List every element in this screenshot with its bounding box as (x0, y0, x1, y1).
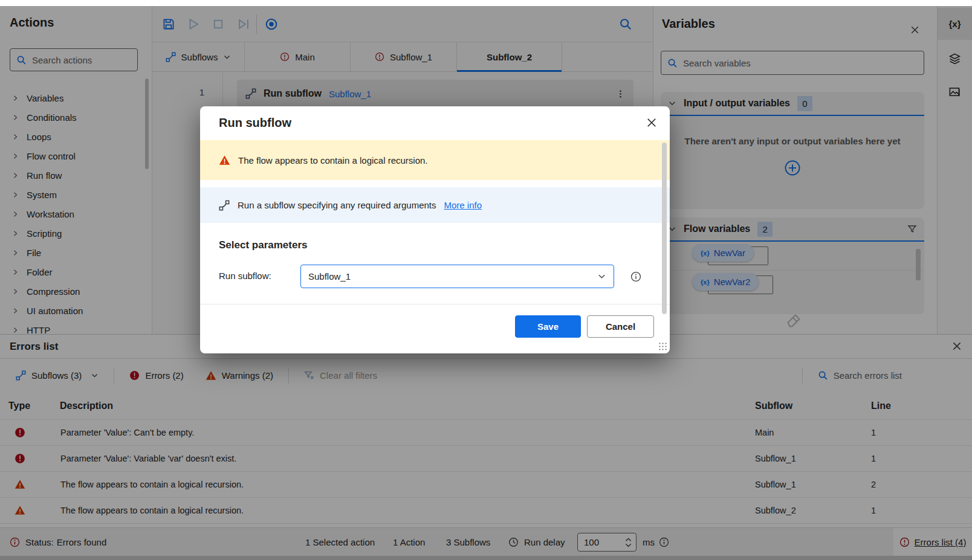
designer-toolbar (152, 6, 653, 42)
variables-search-box[interactable] (661, 51, 924, 75)
run-delay-input[interactable] (578, 537, 613, 547)
run-delay-stepper[interactable] (577, 533, 637, 552)
kebab-menu-icon[interactable] (616, 89, 625, 98)
category-compression[interactable]: Compression (0, 282, 152, 301)
subflows-filter-dropdown[interactable]: Subflows (3) (16, 370, 99, 381)
clear-filter-icon (304, 370, 314, 381)
tab-subflow-2[interactable]: Subflow_2 (457, 42, 562, 71)
chevron-right-icon (12, 153, 19, 159)
run-button[interactable] (187, 18, 200, 31)
run-next-action-button[interactable] (237, 18, 250, 31)
close-icon[interactable] (646, 117, 658, 129)
window-bottom-edge (0, 556, 972, 560)
category-run-flow[interactable]: Run flow (0, 166, 152, 185)
action-row-run-subflow[interactable]: Run subflow Subflow_1 (237, 80, 633, 108)
category-system[interactable]: System (0, 185, 152, 204)
action-argument-link[interactable]: Subflow_1 (329, 89, 371, 99)
save-button[interactable] (162, 18, 175, 31)
errors-search-box[interactable]: Search errors list (818, 370, 902, 381)
field-info-icon[interactable] (630, 271, 641, 282)
error-badge-icon (375, 52, 384, 62)
action-description-bar: Run a subflow specifying any required ar… (200, 187, 670, 223)
clear-all-filters-button[interactable]: Clear all filters (304, 370, 377, 381)
variable-pill[interactable]: {x} NewVar2 (692, 273, 759, 291)
subflow-tab-bar: Subflows Main Subflow_1 Subflow_2 (152, 42, 653, 72)
chevron-right-icon (12, 230, 19, 237)
error-table-row[interactable]: Parameter 'Value': Variable 'var' doesn'… (0, 446, 972, 472)
action-title: Run subflow (264, 88, 322, 99)
flow-variable-item[interactable]: {x} NewVar2 (661, 270, 924, 298)
cancel-button[interactable]: Cancel (587, 315, 654, 338)
errors-panel-title: Errors list (10, 341, 58, 353)
image-icon (948, 86, 961, 98)
variables-panel: Variables Input / output variables 0 The… (653, 6, 937, 334)
category-variables[interactable]: Variables (0, 88, 152, 108)
variables-panel-title: Variables (662, 17, 715, 31)
error-icon (129, 370, 140, 381)
warning-icon (15, 479, 60, 490)
dialog-scrollbar[interactable] (662, 143, 667, 314)
category-loops[interactable]: Loops (0, 127, 152, 146)
search-icon (818, 370, 828, 381)
stepper-arrows[interactable] (625, 538, 636, 547)
subflow-icon (245, 88, 256, 99)
tab-main[interactable]: Main (245, 42, 351, 71)
more-info-link[interactable]: More info (444, 200, 482, 210)
errors-list-toggle[interactable]: Errors list (4) (893, 528, 972, 556)
category-conditionals[interactable]: Conditionals (0, 108, 152, 127)
category-ui-automation[interactable]: UI automation (0, 301, 152, 320)
errors-filter-toggle[interactable]: Errors (2) (129, 370, 183, 381)
add-variable-button[interactable] (784, 159, 801, 176)
actions-search-box[interactable] (10, 48, 138, 71)
filter-icon[interactable] (907, 224, 917, 234)
run-subflow-select[interactable]: Subflow_1 (300, 265, 614, 288)
io-variables-header[interactable]: Input / output variables 0 (661, 92, 924, 116)
errors-panel: Errors list Subflows (3) Errors (2) (0, 334, 972, 527)
warnings-filter-toggle[interactable]: Warnings (2) (206, 370, 273, 381)
rail-tab-ui-elements[interactable] (938, 43, 972, 75)
errors-table-header: Type Description Subflow Line (0, 392, 972, 420)
chevron-right-icon (12, 327, 19, 333)
flow-variables-scrollbar[interactable] (916, 249, 921, 280)
variable-icon: {x} (701, 249, 710, 257)
stop-button[interactable] (212, 18, 225, 31)
category-scripting[interactable]: Scripting (0, 224, 152, 243)
status-error-icon (10, 537, 20, 547)
flow-variable-item[interactable]: {x} NewVar (661, 242, 924, 270)
error-table-row[interactable]: Parameter 'Value': Can't be empty. Main … (0, 420, 972, 446)
warning-table-row[interactable]: The flow appears to contain a logical re… (0, 472, 972, 498)
warning-table-row[interactable]: The flow appears to contain a logical re… (0, 498, 972, 524)
search-flow-button[interactable] (619, 18, 632, 31)
search-icon (16, 55, 27, 65)
warning-icon (15, 505, 60, 516)
error-badge-icon (280, 52, 290, 62)
category-workstation[interactable]: Workstation (0, 204, 152, 224)
category-folder[interactable]: Folder (0, 262, 152, 282)
subflows-dropdown[interactable]: Subflows (152, 42, 245, 71)
io-variables-section: Input / output variables 0 There aren't … (661, 92, 924, 209)
info-icon[interactable] (659, 528, 669, 556)
selected-subflow-value: Subflow_1 (308, 271, 351, 282)
save-button[interactable]: Save (515, 315, 581, 338)
dialog-resize-grip[interactable] (658, 342, 667, 351)
actions-scrollbar[interactable] (145, 79, 149, 169)
category-file[interactable]: File (0, 243, 152, 262)
run-delay-group: Run delay (508, 528, 565, 556)
rail-tab-images[interactable] (938, 76, 972, 108)
variable-pill[interactable]: {x} NewVar (692, 244, 754, 262)
status-bar: Status:Errors found 1 Selected action 1 … (0, 527, 972, 556)
rail-tab-variables[interactable]: {x} (938, 8, 972, 40)
category-flow-control[interactable]: Flow control (0, 146, 152, 166)
chevron-right-icon (12, 134, 19, 140)
close-icon[interactable] (951, 341, 962, 352)
record-button[interactable] (265, 18, 278, 31)
actions-search-input[interactable] (32, 55, 131, 65)
actions-category-list: Variables Conditionals Loops Flow contro… (0, 88, 152, 340)
variables-search-input[interactable] (683, 58, 918, 68)
window-resize-grip[interactable] (962, 556, 971, 560)
close-icon[interactable] (910, 25, 920, 35)
select-parameters-heading: Select parameters (219, 239, 307, 251)
recursion-warning-banner: The flow appears to contain a logical re… (200, 140, 670, 180)
tab-subflow-1[interactable]: Subflow_1 (351, 42, 457, 71)
flow-variables-header[interactable]: Flow variables 2 (661, 217, 924, 242)
